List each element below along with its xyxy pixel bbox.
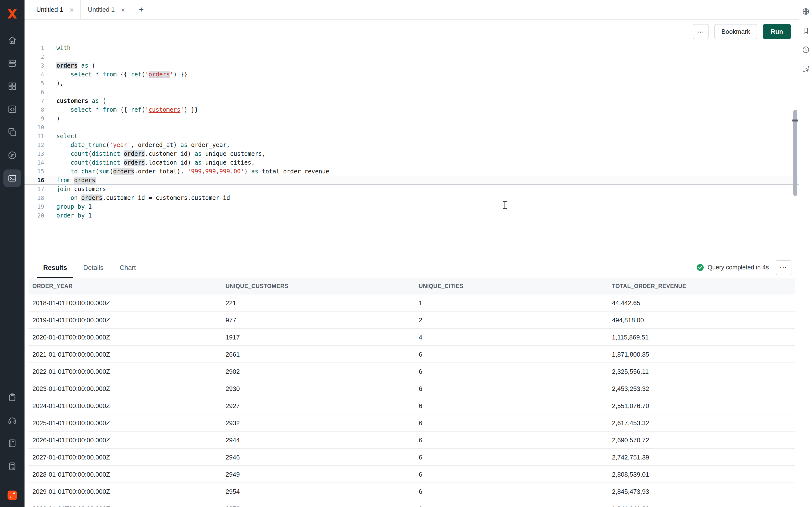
code-line[interactable]: 12 date_trunc('year', ordered_at) as ord… xyxy=(24,140,799,150)
nav-select-cursor-button[interactable] xyxy=(800,61,812,76)
results-more-button[interactable]: ⋯ xyxy=(776,260,792,275)
table-row[interactable]: 2019-01-01T00:00:00.000Z9772494,818.00 xyxy=(29,312,795,329)
code-line[interactable]: 8 select * from {{ ref('customers') }} xyxy=(24,105,799,114)
table-cell[interactable]: 2025-01-01T00:00:00.000Z xyxy=(29,419,222,427)
code-line[interactable]: 6 xyxy=(24,88,799,97)
table-cell[interactable]: 2021-01-01T00:00:00.000Z xyxy=(29,350,222,358)
code-line[interactable]: 7customers as ( xyxy=(24,97,799,105)
more-options-button[interactable]: ⋯ xyxy=(693,24,709,39)
table-cell[interactable]: 1,115,869.51 xyxy=(608,333,795,341)
table-cell[interactable]: 2944 xyxy=(222,436,415,444)
table-cell[interactable]: 2927 xyxy=(222,402,415,409)
code-line[interactable]: 1with xyxy=(24,44,799,52)
table-cell[interactable]: 1 xyxy=(415,299,608,306)
nav-stack-button[interactable] xyxy=(3,54,21,72)
table-row[interactable]: 2020-01-01T00:00:00.000Z191741,115,869.5… xyxy=(29,329,795,346)
table-cell[interactable]: 2661 xyxy=(222,350,415,358)
code-line[interactable]: 16from orders xyxy=(24,176,799,185)
table-cell[interactable]: 2902 xyxy=(222,368,415,375)
nav-compass-button[interactable] xyxy=(3,147,21,164)
bookmark-button[interactable]: Bookmark xyxy=(714,24,757,39)
table-cell[interactable]: 2023-01-01T00:00:00.000Z xyxy=(29,385,222,392)
code-line[interactable]: 4 select * from {{ ref('orders') }} xyxy=(24,70,799,79)
paradime-logo-icon[interactable] xyxy=(0,0,24,27)
sql-code-editor[interactable]: 1with23orders as (4 select * from {{ ref… xyxy=(24,44,799,257)
table-cell[interactable]: 2029-01-01T00:00:00.000Z xyxy=(29,488,222,495)
nav-app-logo-button[interactable] xyxy=(3,487,21,504)
table-cell[interactable]: 2,808,539.01 xyxy=(608,470,795,478)
table-cell[interactable]: 2020-01-01T00:00:00.000Z xyxy=(29,333,222,341)
nav-windows-button[interactable] xyxy=(3,123,21,141)
table-cell[interactable]: 6 xyxy=(415,419,608,427)
table-cell[interactable]: 2,551,076.70 xyxy=(608,402,795,409)
table-cell[interactable]: 2954 xyxy=(222,488,415,495)
table-cell[interactable]: 2027-01-01T00:00:00.000Z xyxy=(29,453,222,461)
code-line[interactable]: 3orders as ( xyxy=(24,61,799,70)
nav-terminal-button[interactable] xyxy=(3,169,21,187)
nav-clipboard-button[interactable] xyxy=(3,388,21,406)
nav-bookmark-button[interactable] xyxy=(800,23,812,38)
table-cell[interactable]: 1,871,800.85 xyxy=(608,350,795,358)
table-cell[interactable]: 2026-01-01T00:00:00.000Z xyxy=(29,436,222,444)
table-row[interactable]: 2022-01-01T00:00:00.000Z290262,325,556.1… xyxy=(29,363,795,380)
nav-journal-button[interactable] xyxy=(3,435,21,452)
code-line[interactable]: 18 on orders.customer_id = customers.cus… xyxy=(24,193,799,202)
table-cell[interactable]: 2932 xyxy=(222,419,415,427)
table-row[interactable]: 2025-01-01T00:00:00.000Z293262,617,453.3… xyxy=(29,414,795,432)
table-row[interactable]: 2030-01-01T00:00:00.000Z287961,841,049.3… xyxy=(29,500,795,507)
table-cell[interactable]: 2 xyxy=(415,316,608,324)
table-cell[interactable]: 6 xyxy=(415,368,608,375)
code-line[interactable]: 10 xyxy=(24,123,799,132)
table-cell[interactable]: 2,453,253.32 xyxy=(608,385,795,392)
code-line[interactable]: 11select xyxy=(24,132,799,140)
results-tab-details[interactable]: Details xyxy=(78,257,110,278)
nav-home-button[interactable] xyxy=(3,31,21,49)
scrollbar-thumb[interactable] xyxy=(793,110,797,196)
table-cell[interactable]: 2930 xyxy=(222,385,415,392)
results-tab-results[interactable]: Results xyxy=(37,257,73,278)
results-tab-chart[interactable]: Chart xyxy=(114,257,142,278)
column-header-total_order_revenue[interactable]: TOTAL_ORDER_REVENUE xyxy=(608,283,795,289)
table-cell[interactable]: 4 xyxy=(415,333,608,341)
table-cell[interactable]: 6 xyxy=(415,436,608,444)
table-cell[interactable]: 2018-01-01T00:00:00.000Z xyxy=(29,299,222,306)
table-cell[interactable]: 2879 xyxy=(222,505,415,507)
table-cell[interactable]: 2030-01-01T00:00:00.000Z xyxy=(29,505,222,507)
table-cell[interactable]: 221 xyxy=(222,299,415,306)
table-cell[interactable]: 6 xyxy=(415,488,608,495)
table-row[interactable]: 2028-01-01T00:00:00.000Z294962,808,539.0… xyxy=(29,466,795,483)
table-cell[interactable]: 2028-01-01T00:00:00.000Z xyxy=(29,470,222,478)
code-line[interactable]: 13 count(distinct orders.customer_id) as… xyxy=(24,150,799,158)
table-row[interactable]: 2027-01-01T00:00:00.000Z294662,742,751.3… xyxy=(29,449,795,466)
table-cell[interactable]: 2949 xyxy=(222,470,415,478)
editor-tab[interactable]: Untitled 1× xyxy=(81,0,133,19)
table-cell[interactable]: 44,442.65 xyxy=(608,299,795,306)
code-line[interactable]: 15 to_char(sum(orders.order_total), '999… xyxy=(24,167,799,176)
run-button[interactable]: Run xyxy=(763,24,791,39)
table-cell[interactable]: 6 xyxy=(415,470,608,478)
column-header-unique_customers[interactable]: UNIQUE_CUSTOMERS xyxy=(222,283,415,289)
code-line[interactable]: 17join customers xyxy=(24,185,799,193)
table-row[interactable]: 2018-01-01T00:00:00.000Z221144,442.65 xyxy=(29,294,795,312)
table-cell[interactable]: 977 xyxy=(222,316,415,324)
column-header-unique_cities[interactable]: UNIQUE_CITIES xyxy=(415,283,608,289)
table-cell[interactable]: 494,818.00 xyxy=(608,316,795,324)
tab-close-icon[interactable]: × xyxy=(121,6,125,13)
table-cell[interactable]: 2,742,751.39 xyxy=(608,453,795,461)
table-cell[interactable]: 2,617,453.32 xyxy=(608,419,795,427)
table-cell[interactable]: 2022-01-01T00:00:00.000Z xyxy=(29,368,222,375)
table-cell[interactable]: 2024-01-01T00:00:00.000Z xyxy=(29,402,222,409)
editor-tab[interactable]: Untitled 1× xyxy=(29,0,81,19)
table-row[interactable]: 2024-01-01T00:00:00.000Z292762,551,076.7… xyxy=(29,397,795,414)
code-line[interactable]: 14 count(distinct orders.location_id) as… xyxy=(24,158,799,167)
table-row[interactable]: 2029-01-01T00:00:00.000Z295462,845,473.9… xyxy=(29,483,795,500)
table-cell[interactable]: 6 xyxy=(415,350,608,358)
code-line[interactable]: 9) xyxy=(24,114,799,123)
table-cell[interactable]: 2946 xyxy=(222,453,415,461)
code-line[interactable]: 20order by 1 xyxy=(24,211,799,220)
nav-explore-button[interactable] xyxy=(800,4,812,19)
code-line[interactable]: 19group by 1 xyxy=(24,202,799,211)
table-cell[interactable]: 2,690,570.72 xyxy=(608,436,795,444)
table-cell[interactable]: 1,841,049.32 xyxy=(608,505,795,507)
code-line[interactable]: 5), xyxy=(24,79,799,88)
